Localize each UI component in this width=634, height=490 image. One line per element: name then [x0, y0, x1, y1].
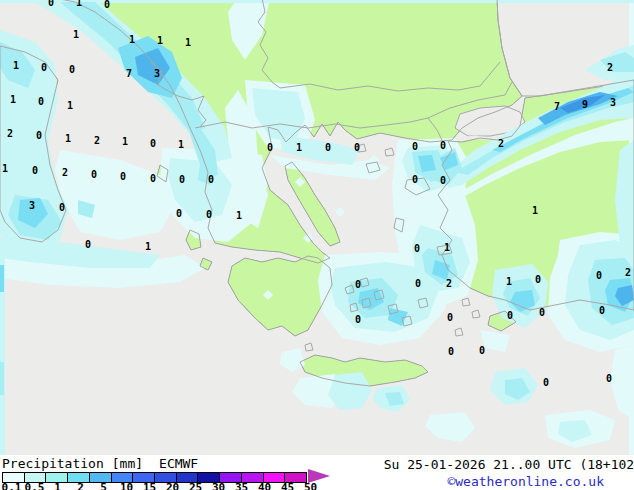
colorbar-tick-label: 35 [230, 481, 253, 490]
copyright-link: ©weatheronline.co.uk [447, 474, 604, 489]
legend-bar: Precipitation[mm]ECMWF 0.10.512510152025… [0, 455, 634, 490]
colorbar-tick-label: 20 [161, 481, 184, 490]
precipitation-map: 0101111100732793101201210101000021020000… [0, 0, 634, 455]
colorbar-tick-label: 0.1 [0, 481, 23, 490]
colorbar-ticks: 0.10.5125101520253035404550 [0, 481, 322, 490]
legend-model: ECMWF [159, 456, 198, 471]
colorbar-tick-label: 45 [276, 481, 299, 490]
colorbar-tick-label: 2 [69, 481, 92, 490]
colorbar-tick-label: 0.5 [23, 481, 46, 490]
colorbar-tick-label: 30 [207, 481, 230, 490]
legend-units: [mm] [112, 456, 143, 471]
legend-title-text: Precipitation [2, 456, 104, 471]
colorbar-tick-label: 5 [92, 481, 115, 490]
map-canvas [0, 0, 634, 455]
colorbar-tick-label: 50 [299, 481, 322, 490]
colorbar-tick-label: 25 [184, 481, 207, 490]
legend-title: Precipitation[mm]ECMWF [2, 456, 198, 471]
colorbar-tick-label: 10 [115, 481, 138, 490]
colorbar-tick-label: 15 [138, 481, 161, 490]
timestamp: Su 25-01-2026 21..00 UTC (18+102) [384, 457, 634, 472]
colorbar-tick-label: 1 [46, 481, 69, 490]
weather-map-screen: 0101111100732793101201210101000021020000… [0, 0, 634, 490]
colorbar-tick-label: 40 [253, 481, 276, 490]
